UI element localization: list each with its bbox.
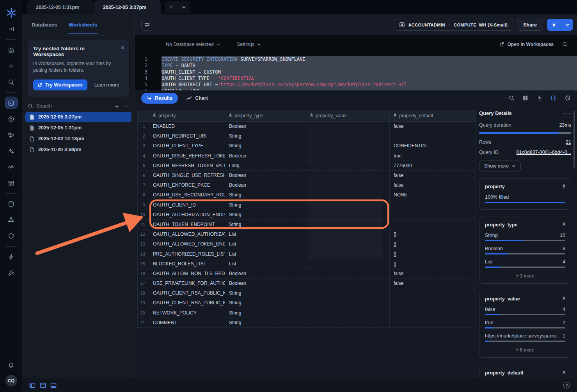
cell-property[interactable]: OAUTH_AUTHORIZATION_ENDPOINT	[149, 210, 225, 220]
cell-property-default[interactable]: NONE	[390, 190, 476, 200]
cell-property-type[interactable]: Boolean	[225, 180, 306, 190]
cell-property-value[interactable]	[306, 210, 390, 220]
notifications-button[interactable]	[5, 359, 17, 371]
cell-property-type[interactable]: String	[225, 210, 306, 220]
worksheet-tab[interactable]: 2025-12-05 3:27pm	[94, 0, 161, 14]
worksheet-item[interactable]: 2025-12-02 12:18pm	[25, 134, 131, 144]
close-icon[interactable]: ×	[121, 44, 124, 51]
search-input[interactable]	[36, 103, 112, 109]
sidebar-item-data-sharing[interactable]	[5, 214, 17, 226]
sidebar-item-copilot[interactable]	[5, 113, 17, 125]
show-more-values-link[interactable]: + 8 more	[485, 346, 565, 356]
sidebar-item-worksheets[interactable]	[5, 97, 17, 109]
worksheet-filters-button[interactable]	[141, 19, 153, 31]
cell-property-type[interactable]: String	[225, 131, 306, 141]
cell-property-type[interactable]: String	[225, 220, 306, 230]
cell-property-default[interactable]	[390, 308, 476, 318]
worksheet-item[interactable]: 2025-12-05 1:31pm	[25, 123, 131, 133]
collapse-sidebar-button[interactable]	[5, 23, 17, 35]
snowflake-logo-icon[interactable]	[5, 7, 17, 19]
cell-property-type[interactable]: String	[225, 308, 306, 318]
show-more-button[interactable]: Show more	[479, 161, 521, 171]
sidebar-item-home[interactable]	[5, 44, 17, 56]
cell-property-default[interactable]	[390, 220, 476, 230]
worksheet-tab[interactable]: 2025-12-05 1:31pm	[27, 0, 94, 14]
cell-property-default[interactable]	[390, 318, 476, 328]
cell-property[interactable]: PRE_AUTHORIZED_ROLES_LIST	[149, 249, 225, 259]
code-lines[interactable]: CREATE SECURITY INTEGRATION SURVEYSPARRO…	[162, 56, 577, 90]
tab-results[interactable]: Results	[141, 93, 178, 104]
cell-property-default[interactable]	[390, 131, 476, 141]
tab-chart[interactable]: Chart	[186, 95, 208, 101]
search-icon[interactable]	[562, 42, 568, 47]
cell-property-value[interactable]	[306, 200, 390, 210]
cell-property-type[interactable]: String	[225, 200, 306, 210]
cell-property-type[interactable]: Boolean	[225, 269, 306, 279]
layout-editor-panel-icon[interactable]	[40, 382, 46, 388]
layout-left-panel-icon[interactable]	[29, 382, 36, 388]
cell-property[interactable]: OAUTH_ENFORCE_PKCE	[149, 180, 225, 190]
cell-property-type[interactable]: String	[225, 298, 306, 308]
cell-property-default[interactable]	[390, 200, 476, 210]
cell-property-default[interactable]	[390, 288, 476, 298]
query-history-icon[interactable]	[565, 95, 571, 101]
cell-property[interactable]: OAUTH_ISSUE_REFRESH_TOKENS	[149, 151, 225, 161]
try-workspaces-button[interactable]: Try Workspaces	[33, 79, 87, 90]
help-button[interactable]: ?	[563, 382, 570, 388]
cell-property-value[interactable]	[306, 190, 390, 200]
cell-property-type[interactable]: String	[225, 288, 306, 298]
cell-property[interactable]: OAUTH_ALLOWED_AUTHORIZATION_ENDPOINTS	[149, 230, 225, 239]
cell-property[interactable]: OAUTH_TOKEN_ENDPOINT	[149, 220, 225, 230]
cell-property-default[interactable]: false	[390, 269, 476, 279]
cell-property-type[interactable]: String	[225, 190, 306, 200]
cell-property-value[interactable]	[306, 171, 390, 180]
cell-property-default[interactable]: false	[390, 171, 476, 180]
cell-property-value[interactable]	[306, 288, 390, 298]
cell-property[interactable]: OAUTH_REDIRECT_URI	[149, 131, 225, 141]
sidebar-item-activity[interactable]	[5, 251, 17, 263]
cell-property-value[interactable]	[306, 279, 390, 288]
more-menu-icon[interactable]: ···	[563, 110, 571, 116]
cell-property-default[interactable]: []	[390, 239, 476, 249]
cell-property-default[interactable]: []	[390, 230, 476, 239]
rows-count-link[interactable]: 21	[566, 139, 571, 145]
column-header-property-default[interactable]: A property_default	[390, 110, 476, 122]
browser-tab[interactable]: Worksheets	[68, 15, 98, 34]
cell-property[interactable]: OAUTH_CLIENT_ID	[149, 200, 225, 210]
cell-property-type[interactable]: Boolean	[225, 151, 306, 161]
cell-property[interactable]: ENABLED	[149, 122, 225, 131]
cell-property-type[interactable]: List	[225, 239, 306, 249]
cell-property-value[interactable]	[306, 308, 390, 318]
share-button[interactable]: Share	[517, 19, 543, 31]
cell-property-type[interactable]: String	[225, 141, 306, 151]
worksheet-item[interactable]: 2025-12-05 3:27pm	[25, 112, 131, 122]
database-selector[interactable]: No Database selected	[166, 42, 220, 47]
cell-property-value[interactable]	[306, 249, 390, 259]
cell-property-value[interactable]	[306, 259, 390, 269]
cell-property[interactable]: OAUTH_SINGLE_USE_REFRESH_TOKENS	[149, 171, 225, 180]
more-menu-button[interactable]: ···	[122, 103, 129, 109]
query-id-link[interactable]: 01c0d837-0001-6bd4-0...	[517, 150, 571, 155]
cell-property[interactable]: OAUTH_REFRESH_TOKEN_VALIDITY	[149, 161, 225, 171]
cell-property-type[interactable]: List	[225, 259, 306, 269]
cell-property-value[interactable]	[306, 220, 390, 230]
cell-property-default[interactable]	[390, 298, 476, 308]
cell-property-type[interactable]: Boolean	[225, 279, 306, 288]
column-header-property-value[interactable]: A property_value	[306, 110, 390, 122]
browser-tab[interactable]: Databases	[31, 15, 58, 34]
cell-property[interactable]: NETWORK_POLICY	[149, 308, 225, 318]
column-header-property[interactable]: A property	[149, 110, 225, 122]
cell-property-value[interactable]	[306, 131, 390, 141]
open-in-workspaces-link[interactable]: Open in Workspaces	[499, 42, 554, 47]
sql-editor[interactable]: 123456 CREATE SECURITY INTEGRATION SURVE…	[135, 53, 577, 90]
sidebar-item-ai-ml[interactable]	[5, 145, 17, 157]
cell-property-value[interactable]	[306, 151, 390, 161]
cell-property[interactable]: BLOCKED_ROLES_LIST	[149, 259, 225, 269]
cell-property-value[interactable]	[306, 239, 390, 249]
sidebar-item-create[interactable]	[5, 60, 17, 72]
cell-property-default[interactable]: true	[390, 151, 476, 161]
sidebar-item-projects[interactable]	[5, 129, 17, 141]
cell-property-default[interactable]	[390, 210, 476, 220]
panel-scrollbar[interactable]	[573, 111, 575, 168]
cell-property[interactable]: OAUTH_CLIENT_TYPE	[149, 141, 225, 151]
